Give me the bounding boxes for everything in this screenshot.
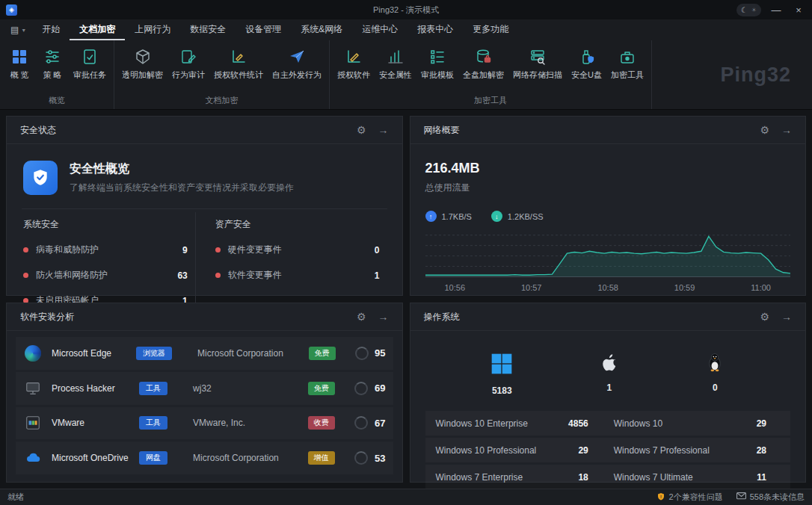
table-row[interactable]: Windows 10 Enterprise 4856 Windows 10 29 <box>425 411 791 436</box>
arrow-right-icon[interactable]: → <box>781 125 792 135</box>
authorized-software-stats-button[interactable]: 授权软件统计 <box>209 43 268 84</box>
approval-template-button[interactable]: 审批模板 <box>416 43 458 84</box>
panel-title: 网络概要 <box>424 124 460 137</box>
usb-shield-icon <box>576 47 596 66</box>
brand-area: Ping32 <box>720 40 812 109</box>
gear-icon[interactable]: ⚙ <box>760 125 769 135</box>
svg-text:!: ! <box>660 494 662 498</box>
platform-linux[interactable]: 0 <box>704 352 725 396</box>
price-badge: 增值 <box>308 451 335 465</box>
tab-ops-center[interactable]: 运维中心 <box>352 19 407 40</box>
arrow-right-icon[interactable]: → <box>378 125 389 135</box>
chart-pencil-icon <box>229 47 248 66</box>
software-row[interactable]: VMware 工具 VMware, Inc. 收费 67 <box>16 407 393 440</box>
tab-more-features[interactable]: 更多功能 <box>463 19 518 40</box>
score-gauge-icon <box>355 347 369 360</box>
title-bar: ◈ Ping32 - 演示模式 ☾ ☀ — × <box>0 0 812 19</box>
category-badge: 工具 <box>139 382 167 395</box>
ribbon-group-encryption-tools: 授权软件 安全属性 审批模板 <box>330 40 652 109</box>
ruler-pencil-icon <box>344 47 363 66</box>
score-gauge-icon <box>354 382 368 395</box>
status-dot-icon <box>23 247 28 252</box>
category-badge: 网盘 <box>139 451 167 465</box>
security-attributes-button[interactable]: 安全属性 <box>375 43 416 84</box>
tab-start[interactable]: 开始 <box>32 19 70 40</box>
download-arrow-icon: ↓ <box>491 211 502 222</box>
tab-report-center[interactable]: 报表中心 <box>407 19 463 40</box>
edge-app-icon <box>23 344 43 363</box>
arrow-right-icon[interactable]: → <box>781 312 792 322</box>
asset-security-column: 资产安全 硬件变更事件 0 软件变更事件 1 <box>195 212 387 307</box>
tab-document-encryption[interactable]: 文档加密 <box>70 19 125 40</box>
window-title: Ping32 - 演示模式 <box>0 4 812 16</box>
behavior-audit-button[interactable]: 行为审计 <box>167 43 209 84</box>
linux-penguin-icon <box>704 352 725 376</box>
chart-area-fill <box>425 236 791 276</box>
network-storage-scan-button[interactable]: 网络存储扫描 <box>508 43 567 84</box>
panel-network-summary: 网络概要 ⚙ → 216.4MB 总使用流量 ↑ 1.7KB/S <box>410 116 807 296</box>
theme-toggle[interactable]: ☾ ☀ <box>736 4 761 16</box>
gear-icon[interactable]: ⚙ <box>357 312 366 322</box>
panel-operating-system: 操作系统 ⚙ → 5183 <box>410 303 807 483</box>
tab-device-management[interactable]: 设备管理 <box>236 19 291 40</box>
status-dot-icon <box>215 273 221 278</box>
brand-logo-text: Ping32 <box>720 63 791 87</box>
policy-button[interactable]: 策 略 <box>36 43 69 84</box>
list-template-icon <box>428 47 447 66</box>
unread-messages-status[interactable]: 558条未读信息 <box>736 492 805 503</box>
close-button[interactable]: × <box>791 5 806 15</box>
menu-button[interactable]: ▤▼ <box>4 19 32 40</box>
security-metric-row[interactable]: 防火墙和网络防护 63 <box>23 269 188 282</box>
approval-tasks-button[interactable]: 审批任务 <box>69 43 111 84</box>
table-row[interactable]: Windows 10 Professional 29 Windows 7 Pro… <box>425 438 791 462</box>
encryption-tools-button[interactable]: 加密工具 <box>606 43 648 84</box>
sun-icon[interactable]: ☀ <box>751 7 757 13</box>
upload-rate: ↑ 1.7KB/S <box>425 211 472 222</box>
price-badge: 免费 <box>308 382 335 395</box>
gear-icon[interactable]: ⚙ <box>760 312 769 322</box>
toolbox-lock-icon <box>618 47 637 66</box>
compatibility-issues-status[interactable]: ! 2个兼容性问题 <box>656 492 723 503</box>
windows-logo-icon <box>490 352 514 379</box>
security-metric-row[interactable]: 硬件变更事件 0 <box>215 244 380 256</box>
score-gauge-icon <box>354 451 368 465</box>
dashboard-grid-icon <box>10 47 29 66</box>
software-row[interactable]: Microsoft Edge 浏览器 Microsoft Corporation… <box>16 337 393 370</box>
platform-apple[interactable]: 1 <box>599 352 620 396</box>
moon-icon[interactable]: ☾ <box>741 6 748 14</box>
divider <box>22 208 387 209</box>
gear-icon[interactable]: ⚙ <box>357 125 366 135</box>
disk-lock-icon <box>474 47 493 66</box>
main-content: 安全状态 ⚙ → 安全性概览 了解终端当前系统安全性和资产变更情况并采取必要操作 <box>0 110 812 489</box>
vmware-app-icon <box>23 413 43 433</box>
tab-web-behavior[interactable]: 上网行为 <box>125 19 180 40</box>
tab-system-network[interactable]: 系统&网络 <box>291 19 352 40</box>
message-icon <box>736 492 746 502</box>
full-disk-encryption-button[interactable]: 全盘加解密 <box>458 43 508 84</box>
clipboard-pencil-icon <box>179 47 198 66</box>
security-overview-desc: 了解终端当前系统安全性和资产变更情况并采取必要操作 <box>70 182 294 194</box>
arrow-right-icon[interactable]: → <box>378 312 389 322</box>
server-search-icon <box>528 47 547 66</box>
transparent-encryption-button[interactable]: 透明加解密 <box>117 43 167 84</box>
ribbon-group-label: 概览 <box>3 93 111 109</box>
minimize-button[interactable]: — <box>769 5 784 15</box>
panel-software-analysis: 软件安装分析 ⚙ → Microsoft Edge 浏览器 Microsoft … <box>6 303 403 483</box>
os-distribution-table: Windows 10 Enterprise 4856 Windows 10 29… <box>425 411 791 489</box>
software-row[interactable]: Process Hacker 工具 wj32 免费 69 <box>16 372 393 405</box>
table-row[interactable]: Windows 7 Enterprise 18 Windows 7 Ultima… <box>425 465 791 489</box>
document-check-icon <box>80 47 99 66</box>
score-gauge-icon <box>354 416 368 430</box>
security-metric-row[interactable]: 软件变更事件 1 <box>215 269 380 282</box>
secure-usb-button[interactable]: 安全U盘 <box>567 43 606 84</box>
self-send-behavior-button[interactable]: 自主外发行为 <box>268 43 326 84</box>
security-metric-row[interactable]: 病毒和威胁防护 9 <box>23 244 188 256</box>
platform-windows[interactable]: 5183 <box>490 352 514 396</box>
overview-button[interactable]: 概 览 <box>3 43 36 84</box>
software-row[interactable]: Microsoft OneDrive 网盘 Microsoft Corporat… <box>16 442 393 474</box>
process-hacker-app-icon <box>23 379 43 398</box>
total-traffic-label: 总使用流量 <box>425 182 791 194</box>
chevron-down-icon: ▼ <box>21 28 26 33</box>
tab-data-security[interactable]: 数据安全 <box>180 19 236 40</box>
authorized-software-button[interactable]: 授权软件 <box>333 43 375 84</box>
